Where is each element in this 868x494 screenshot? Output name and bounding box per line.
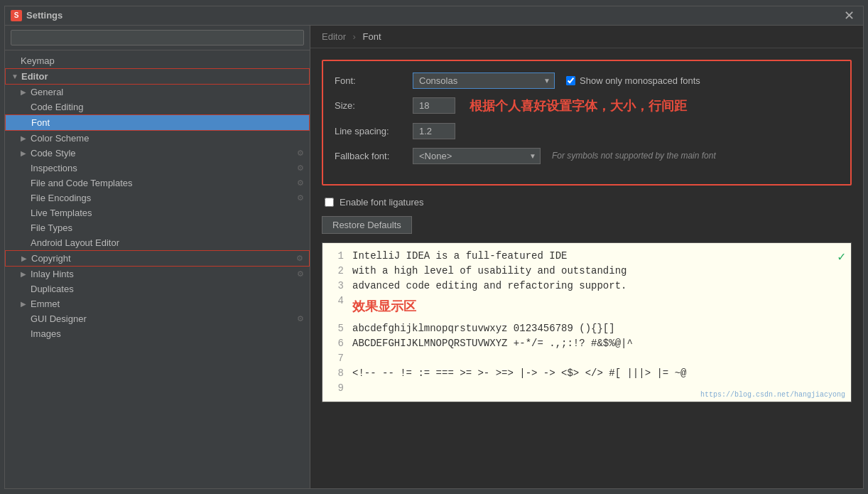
line-number: 5	[331, 321, 344, 336]
breadcrumb-current: Font	[363, 31, 381, 42]
line-number: 1	[331, 249, 344, 264]
arrow-icon	[21, 239, 31, 247]
line-spacing-label: Line spacing:	[335, 126, 413, 136]
size-row: Size: 根据个人喜好设置字体，大小，行间距	[335, 97, 839, 114]
arrow-icon: ▶	[21, 134, 31, 142]
line-spacing-row: Line spacing:	[335, 123, 839, 139]
check-icon: ✓	[837, 249, 845, 264]
sidebar-item-images[interactable]: Images	[5, 326, 310, 341]
sidebar-item-android-layout-editor[interactable]: Android Layout Editor	[5, 235, 310, 250]
sidebar-item-copyright[interactable]: ▶ Copyright ⚙	[5, 250, 310, 267]
arrow-icon	[21, 194, 31, 202]
sidebar-item-color-scheme[interactable]: ▶ Color Scheme	[5, 131, 310, 146]
preview-annotation: 效果显示区	[352, 294, 416, 321]
line-code: with a high level of usability and outst…	[352, 264, 626, 279]
arrow-icon	[21, 179, 31, 187]
fallback-font-row: Fallback font: <None> ▼ For symbols not …	[335, 148, 839, 164]
sidebar-item-inspections[interactable]: Inspections ⚙	[5, 161, 310, 176]
sidebar-item-general[interactable]: ▶ General	[5, 85, 310, 100]
dialog-body: 🔍 Keymap ▼ Editor ▶ General	[5, 26, 863, 488]
line-number: 3	[331, 279, 344, 294]
sidebar-item-file-encodings[interactable]: File Encodings ⚙	[5, 190, 310, 205]
search-input[interactable]	[11, 30, 304, 45]
main-content: Editor › Font Font: Consolas	[310, 26, 863, 488]
search-bar: 🔍	[5, 26, 310, 50]
preview-line: 3 advanced code editing and refactoring …	[328, 279, 845, 294]
sidebar-item-keymap[interactable]: Keymap	[5, 53, 310, 68]
line-code: <!-- -- != := === >= >- >=> |-> -> <$> <…	[352, 366, 686, 381]
restore-defaults-button[interactable]: Restore Defaults	[322, 216, 412, 234]
line-code: ABCDEFGHIJKLMNOPQRSTUVWXYZ +-*/= .,;:!? …	[352, 336, 633, 351]
ligatures-label[interactable]: Enable font ligatures	[340, 197, 424, 208]
sidebar-item-file-code-templates[interactable]: File and Code Templates ⚙	[5, 176, 310, 190]
sidebar-item-inlay-hints[interactable]: ▶ Inlay Hints ⚙	[5, 267, 310, 281]
show-monospaced-checkbox[interactable]	[566, 76, 575, 85]
sidebar-item-label: Font	[31, 117, 303, 128]
sidebar-item-label: File and Code Templates	[31, 178, 294, 188]
arrow-icon	[21, 164, 31, 172]
size-control-area: 根据个人喜好设置字体，大小，行间距	[413, 97, 839, 114]
annotation-text: 根据个人喜好设置字体，大小，行间距	[470, 97, 687, 114]
arrow-icon	[21, 119, 31, 127]
sidebar-item-label: Color Scheme	[31, 133, 304, 144]
sidebar-item-gui-designer[interactable]: GUI Designer ⚙	[5, 311, 310, 326]
arrow-icon	[21, 224, 31, 232]
line-spacing-input[interactable]	[413, 123, 455, 139]
arrow-icon	[21, 209, 31, 217]
preview-line: 1 IntelliJ IDEA is a full-featured IDE	[328, 249, 845, 264]
dialog-title: Settings	[26, 10, 841, 21]
ligatures-checkbox[interactable]	[325, 198, 334, 207]
url-hint: https://blog.csdn.net/hangjiacyong	[700, 391, 845, 399]
fallback-font-label: Fallback font:	[335, 151, 413, 161]
line-code: advanced code editing and refactoring su…	[352, 279, 626, 294]
close-button[interactable]: ✕	[841, 9, 857, 22]
arrow-icon	[21, 315, 31, 323]
sidebar-item-label: Copyright	[31, 253, 293, 264]
sidebar-item-emmet[interactable]: ▶ Emmet	[5, 296, 310, 311]
line-number: 6	[331, 336, 344, 351]
settings-dialog: S Settings ✕ 🔍 Keymap ▼	[4, 6, 864, 489]
preview-line: 7	[328, 351, 845, 366]
font-select[interactable]: Consolas	[413, 73, 555, 89]
settings-icon: ⚙	[297, 178, 304, 188]
fallback-hint-text: For symbols not supported by the main fo…	[552, 151, 716, 161]
show-monospaced-checkbox-wrapper[interactable]: Show only monospaced fonts	[566, 75, 700, 86]
search-wrapper: 🔍	[11, 30, 304, 45]
font-row: Font: Consolas ▼ Show only monospaced fo…	[335, 73, 839, 89]
sidebar-item-editor[interactable]: ▼ Editor	[5, 68, 310, 85]
sidebar-item-label: File Types	[31, 222, 304, 233]
sidebar-item-label: Keymap	[21, 55, 304, 66]
preview-line: 6 ABCDEFGHIJKLMNOPQRSTUVWXYZ +-*/= .,;:!…	[328, 336, 845, 351]
arrow-icon	[21, 285, 31, 293]
tree: Keymap ▼ Editor ▶ General Code Editing	[5, 50, 310, 488]
line-number: 2	[331, 264, 344, 279]
sidebar-item-duplicates[interactable]: Duplicates	[5, 281, 310, 296]
settings-icon: ⚙	[297, 193, 304, 203]
font-select-wrapper: Consolas ▼	[413, 73, 555, 89]
settings-icon: ⚙	[297, 149, 304, 158]
line-number: 4	[331, 294, 344, 321]
preview-line: 8 <!-- -- != := === >= >- >=> |-> -> <$>…	[328, 366, 845, 381]
sidebar-item-label: Editor	[21, 71, 303, 82]
line-number: 7	[331, 351, 344, 366]
size-label: Size:	[335, 100, 413, 111]
expand-arrow-icon: ▼	[11, 73, 21, 80]
sidebar-item-font[interactable]: Font	[5, 114, 310, 131]
settings-panel: Font: Consolas ▼ Show only monospaced fo…	[310, 48, 863, 488]
sidebar-item-code-editing[interactable]: Code Editing	[5, 100, 310, 114]
sidebar-item-live-templates[interactable]: Live Templates	[5, 205, 310, 220]
sidebar-item-label: Live Templates	[31, 208, 304, 218]
fallback-font-select[interactable]: <None>	[413, 148, 541, 164]
settings-icon: ⚙	[297, 269, 304, 279]
size-input[interactable]	[413, 97, 455, 114]
sidebar-item-label: Emmet	[31, 299, 304, 309]
breadcrumb-parent: Editor	[322, 31, 346, 42]
arrow-icon: ▶	[21, 88, 31, 96]
arrow-icon: ▶	[21, 149, 31, 157]
breadcrumb: Editor › Font	[310, 26, 863, 48]
preview-line: 2 with a high level of usability and out…	[328, 264, 845, 279]
sidebar-item-code-style[interactable]: ▶ Code Style ⚙	[5, 146, 310, 161]
app-icon: S	[11, 10, 22, 21]
arrow-icon	[21, 103, 31, 111]
sidebar-item-file-types[interactable]: File Types	[5, 220, 310, 235]
